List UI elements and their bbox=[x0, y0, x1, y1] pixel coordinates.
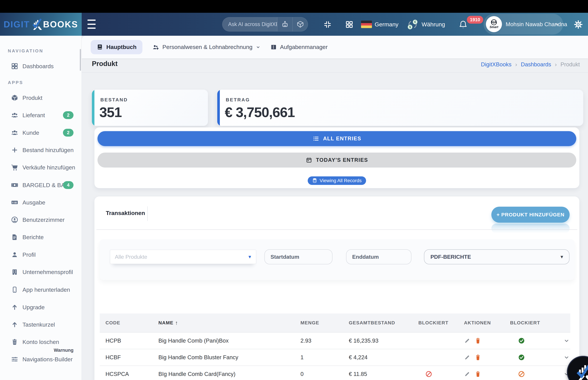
sidebar-item-tastenkurzel[interactable]: Tastenkurzel bbox=[0, 316, 82, 333]
tab-transaktionen[interactable]: Transaktionen bbox=[106, 210, 145, 216]
users-icon bbox=[11, 129, 19, 137]
tab-aufgabenmanager[interactable]: Aufgabenmanager bbox=[270, 44, 328, 51]
apps-grid-button[interactable] bbox=[345, 20, 354, 29]
book-icon bbox=[96, 44, 103, 51]
status-blocked-icon[interactable] bbox=[518, 370, 525, 378]
breadcrumb: DigitXBooks › Dashboards › Produkt bbox=[481, 61, 580, 68]
dashboard-grid-icon bbox=[11, 62, 19, 70]
app-logo[interactable]: DIGIT BOOKS bbox=[0, 13, 82, 36]
breadcrumb-separator: › bbox=[515, 61, 517, 68]
divider bbox=[96, 229, 577, 230]
todays-entries-button[interactable]: TODAY'S ENTRIES bbox=[97, 152, 576, 168]
sort-ascending-icon: ↑ bbox=[175, 320, 178, 326]
sidebar-item-dashboards[interactable]: Dashboards bbox=[0, 58, 82, 74]
start-date-placeholder: Startdatum bbox=[270, 254, 299, 260]
settings-button[interactable] bbox=[573, 19, 584, 30]
expand-chevron-icon[interactable] bbox=[563, 337, 570, 344]
product-filter-select[interactable]: Alle Produkte ▼ bbox=[110, 250, 256, 264]
sidebar-item-lieferant[interactable]: Lieferant 2 bbox=[0, 107, 82, 123]
letterbox-top bbox=[0, 0, 588, 13]
expand-chevron-icon[interactable] bbox=[563, 354, 570, 361]
status-ok-icon[interactable] bbox=[518, 354, 525, 361]
sidebar-item-bestand-hinzufuegen[interactable]: Bestand hinzufügen bbox=[0, 142, 82, 158]
sidebar-item-label: Bestand hinzufügen bbox=[22, 147, 74, 153]
table-row: HCBF Big Handle Comb Bluster Fancy 1 € 4… bbox=[100, 349, 570, 365]
col-name[interactable]: NAME ↑ bbox=[158, 320, 301, 326]
caret-down-icon: ▼ bbox=[247, 254, 252, 260]
chevron-down-icon[interactable] bbox=[554, 22, 560, 27]
country-label[interactable]: Germany bbox=[375, 21, 398, 28]
add-product-button[interactable]: + PRODUKT HINZUFÜGEN bbox=[491, 207, 570, 223]
count-badge: 2 bbox=[63, 129, 74, 137]
germany-flag-icon[interactable] bbox=[361, 20, 372, 28]
user-avatar[interactable]: NA Smart bbox=[486, 16, 502, 32]
col-menge[interactable]: MENGE bbox=[301, 320, 349, 325]
delete-trash-icon[interactable] bbox=[475, 354, 481, 361]
sidebar-item-app-herunterladen[interactable]: App herunterladen bbox=[0, 282, 82, 298]
cell-code: HCPB bbox=[106, 338, 158, 344]
col-gesamtbestand[interactable]: GESAMTBESTAND bbox=[349, 320, 418, 325]
col-name-label: NAME bbox=[158, 320, 173, 325]
edit-pencil-icon[interactable] bbox=[464, 354, 471, 361]
viewing-all-records-badge[interactable]: Viewing All Records bbox=[308, 176, 366, 185]
sidebar-item-navigations-builder[interactable]: Navigations-Builder bbox=[0, 351, 82, 367]
edit-pencil-icon[interactable] bbox=[464, 371, 471, 377]
tab-label: Aufgabenmanager bbox=[280, 44, 328, 50]
delete-trash-icon[interactable] bbox=[475, 371, 481, 378]
sidebar-section-navigation: NAVIGATION bbox=[8, 48, 43, 54]
sidebar-item-berichte[interactable]: Berichte bbox=[0, 229, 82, 245]
end-date-field[interactable]: Enddatum bbox=[346, 249, 411, 264]
breadcrumb-link-dashboards[interactable]: Dashboards bbox=[521, 61, 551, 68]
col-code[interactable]: CODE bbox=[106, 320, 158, 325]
col-blockiert-status[interactable]: BLOCKIERT bbox=[510, 320, 560, 325]
notifications-button[interactable] bbox=[458, 19, 468, 30]
sidebar-item-label: Benutzerzimmer bbox=[22, 217, 65, 223]
sidebar-item-upgrade[interactable]: Upgrade bbox=[0, 299, 82, 315]
col-aktionen[interactable]: AKTIONEN bbox=[464, 320, 510, 325]
avatar-brand-text: Smart bbox=[490, 25, 498, 29]
sidebar-item-label: Konto loschen bbox=[22, 339, 59, 345]
sidebar-item-produkt[interactable]: Produkt bbox=[0, 90, 82, 106]
edit-pencil-icon[interactable] bbox=[464, 338, 471, 344]
menu-toggle-button[interactable] bbox=[87, 19, 96, 29]
sidebar-item-label: Unternehmensprofil bbox=[22, 269, 73, 275]
divider bbox=[82, 72, 588, 73]
logo-text-books: BOOKS bbox=[43, 19, 78, 29]
breadcrumb-current: Produkt bbox=[560, 61, 580, 68]
ai-search-input[interactable] bbox=[222, 17, 277, 31]
ai-scope-button[interactable] bbox=[292, 17, 308, 31]
currency-exchange-icon[interactable]: $ € bbox=[407, 19, 418, 30]
cell-code: HCSPCA bbox=[106, 371, 158, 377]
delete-trash-icon[interactable] bbox=[475, 337, 481, 344]
sidebar-item-label: Kunde bbox=[22, 130, 39, 136]
sidebar-item-verkaeufe-hinzufuegen[interactable]: Verkäufe hinzufügen bbox=[0, 159, 82, 175]
sidebar-item-label: Verkäufe hinzufügen bbox=[22, 164, 75, 171]
cell-name: Big Handle Comb Bluster Fancy bbox=[158, 354, 301, 361]
collapse-screen-button[interactable] bbox=[323, 20, 332, 29]
button-reflection bbox=[491, 224, 570, 233]
sidebar-item-benutzerzimmer[interactable]: Benutzerzimmer bbox=[0, 212, 82, 228]
currency-label[interactable]: Währung bbox=[422, 21, 445, 28]
sidebar-item-unternehmensprofil[interactable]: Unternehmensprofil bbox=[0, 264, 82, 280]
sidebar-item-ausgabe[interactable]: $ Ausgabe bbox=[0, 194, 82, 210]
table-header-row: CODE NAME ↑ MENGE GESAMTBESTAND BLOCKIER… bbox=[100, 313, 570, 332]
sidebar-item-bargeld-bank[interactable]: BARGELD & BANK 4 bbox=[0, 177, 82, 193]
all-entries-button[interactable]: ALL ENTRIES bbox=[97, 131, 576, 146]
breadcrumb-link-home[interactable]: DigitXBooks bbox=[481, 61, 512, 68]
pdf-reports-select[interactable]: PDF-BERICHTE ▼ bbox=[424, 249, 569, 264]
ai-search-bar bbox=[222, 17, 308, 32]
divider bbox=[147, 206, 148, 221]
logo-text-digit: DIGIT bbox=[3, 19, 30, 29]
col-blockiert[interactable]: BLOCKIERT bbox=[418, 320, 464, 325]
sidebar-item-kunde[interactable]: Kunde 2 bbox=[0, 125, 82, 141]
sidebar-item-profil[interactable]: Profil bbox=[0, 247, 82, 263]
sidebar-item-label: Upgrade bbox=[22, 304, 45, 311]
ai-bot-button[interactable] bbox=[277, 17, 292, 31]
status-ok-icon[interactable] bbox=[518, 337, 525, 344]
tab-hauptbuch[interactable]: Hauptbuch bbox=[91, 40, 142, 54]
calendar-icon bbox=[306, 157, 312, 163]
start-date-field[interactable]: Startdatum bbox=[265, 249, 332, 264]
sidebar-item-label: Profil bbox=[22, 251, 36, 258]
svg-text:€: € bbox=[414, 20, 416, 24]
tab-personalwesen-lohnabrechnung[interactable]: Personalwesen & Lohnabrechnung bbox=[152, 43, 261, 51]
